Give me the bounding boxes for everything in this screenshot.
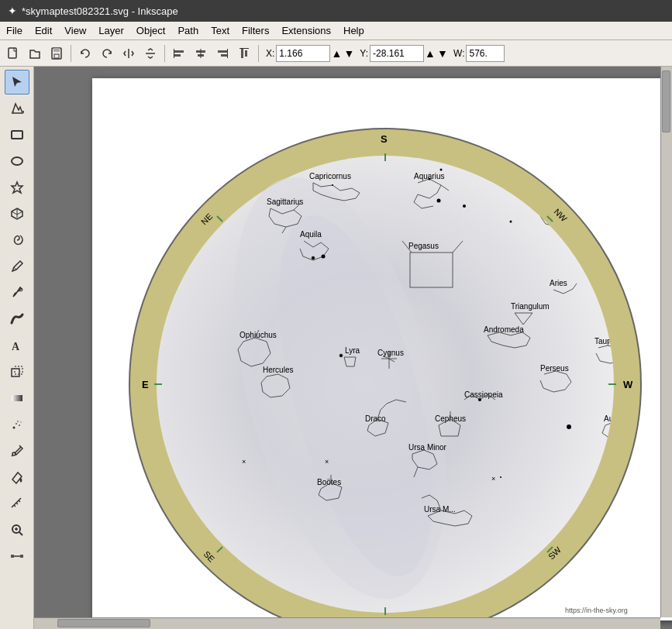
y-down[interactable]: ▼ bbox=[436, 43, 449, 64]
gradient-tool[interactable] bbox=[5, 386, 29, 411]
menu-item-edit[interactable]: Edit bbox=[29, 23, 58, 38]
svg-rect-5 bbox=[174, 54, 181, 57]
flip-v-button[interactable] bbox=[140, 43, 160, 64]
svg-point-69 bbox=[429, 178, 431, 180]
canvas-document[interactable]: N S E W bbox=[92, 78, 672, 620]
paint-bucket-tool[interactable] bbox=[5, 465, 29, 490]
svg-text:Aries: Aries bbox=[550, 279, 567, 287]
w-coord: W: bbox=[453, 45, 505, 62]
menu-item-help[interactable]: Help bbox=[337, 23, 370, 38]
spray-tool[interactable] bbox=[5, 412, 29, 437]
svg-marker-20 bbox=[12, 182, 22, 193]
skymap-svg: N S E W bbox=[92, 78, 672, 620]
align-center-button[interactable] bbox=[191, 43, 211, 64]
window-title: *skymaptest082321.svg - Inkscape bbox=[22, 5, 178, 17]
svg-rect-15 bbox=[240, 48, 249, 49]
connector-tool[interactable] bbox=[5, 544, 29, 569]
y-input[interactable] bbox=[370, 45, 424, 62]
eyedropper-tool[interactable] bbox=[5, 438, 29, 463]
pen-tool[interactable] bbox=[5, 280, 29, 305]
svg-text:Lyra: Lyra bbox=[345, 346, 360, 355]
svg-rect-0 bbox=[9, 48, 16, 58]
svg-point-78 bbox=[312, 256, 315, 260]
x-up[interactable]: ▲ bbox=[330, 43, 343, 64]
svg-text:×: × bbox=[242, 458, 246, 466]
menu-item-object[interactable]: Object bbox=[130, 23, 172, 38]
redo-button[interactable] bbox=[97, 43, 117, 64]
svg-text:Aquila: Aquila bbox=[300, 230, 322, 239]
align-right-button[interactable] bbox=[212, 43, 233, 64]
menu-item-path[interactable]: Path bbox=[171, 23, 205, 38]
svg-text:×: × bbox=[491, 475, 495, 483]
svg-point-127 bbox=[510, 221, 512, 223]
horizontal-scrollbar[interactable] bbox=[34, 617, 660, 629]
svg-text:Draco: Draco bbox=[365, 414, 386, 423]
x-down[interactable]: ▼ bbox=[343, 43, 355, 64]
3d-box-tool[interactable] bbox=[5, 201, 29, 226]
svg-text:Cygnus: Cygnus bbox=[377, 349, 404, 357]
toolbar-sep-1 bbox=[71, 45, 71, 62]
rectangle-tool[interactable] bbox=[5, 122, 29, 147]
menu-item-filters[interactable]: Filters bbox=[236, 23, 275, 38]
svg-rect-16 bbox=[12, 112, 14, 114]
linked-offset-tool[interactable] bbox=[5, 359, 29, 384]
text-tool[interactable]: A bbox=[5, 333, 29, 358]
svg-rect-24 bbox=[15, 366, 22, 374]
w-input[interactable] bbox=[466, 45, 505, 62]
y-up[interactable]: ▲ bbox=[424, 43, 436, 64]
menu-item-file[interactable]: File bbox=[0, 23, 29, 38]
svg-point-26 bbox=[12, 427, 15, 429]
vscroll-thumb[interactable] bbox=[662, 70, 670, 132]
svg-text:Capricornus: Capricornus bbox=[309, 172, 351, 180]
w-label: W: bbox=[453, 48, 464, 59]
align-left-button[interactable] bbox=[169, 43, 189, 64]
svg-point-126 bbox=[463, 205, 466, 208]
svg-point-29 bbox=[17, 421, 19, 422]
canvas-area[interactable]: N S E W bbox=[34, 67, 672, 629]
menu-item-extensions[interactable]: Extensions bbox=[275, 23, 337, 38]
star-tool[interactable] bbox=[5, 175, 29, 200]
new-button[interactable] bbox=[3, 43, 23, 64]
toolbar: X: ▲ ▼ Y: ▲ ▼ W: bbox=[0, 40, 672, 67]
x-input[interactable] bbox=[276, 45, 330, 62]
svg-rect-36 bbox=[11, 555, 14, 558]
svg-point-125 bbox=[437, 199, 441, 203]
menu-bar: FileEditViewLayerObjectPathTextFiltersEx… bbox=[0, 22, 672, 40]
save-button[interactable] bbox=[47, 43, 67, 64]
credit-text: https://in-the-sky.org bbox=[565, 607, 628, 614]
menu-item-text[interactable]: Text bbox=[205, 23, 236, 38]
toolbar-sep-3 bbox=[258, 45, 259, 62]
svg-point-31 bbox=[12, 452, 16, 455]
open-button[interactable] bbox=[25, 43, 45, 64]
spiral-tool[interactable] bbox=[5, 228, 29, 253]
svg-point-66 bbox=[332, 184, 333, 186]
align-top-button[interactable] bbox=[234, 43, 254, 64]
svg-text:Hercules: Hercules bbox=[263, 366, 293, 374]
zoom-tool[interactable] bbox=[5, 517, 29, 542]
ellipse-tool[interactable] bbox=[5, 149, 29, 174]
undo-button[interactable] bbox=[75, 43, 95, 64]
svg-rect-17 bbox=[22, 111, 24, 113]
calligraphy-tool[interactable] bbox=[5, 307, 29, 332]
flip-h-button[interactable] bbox=[119, 43, 139, 64]
pencil-tool[interactable] bbox=[5, 254, 29, 279]
svg-point-121 bbox=[500, 476, 501, 478]
svg-rect-2 bbox=[53, 48, 60, 52]
menu-item-layer[interactable]: Layer bbox=[92, 23, 130, 38]
svg-point-30 bbox=[20, 421, 22, 423]
measure-tool[interactable] bbox=[5, 491, 29, 516]
vertical-scrollbar[interactable] bbox=[660, 67, 672, 617]
node-edit-tool[interactable] bbox=[5, 96, 29, 121]
svg-text:Cassiopeia: Cassiopeia bbox=[464, 390, 503, 399]
select-tool[interactable] bbox=[5, 70, 29, 95]
svg-point-128 bbox=[440, 169, 443, 171]
svg-point-19 bbox=[12, 157, 22, 165]
svg-point-27 bbox=[16, 423, 17, 424]
title-bar: ✦ *skymaptest082321.svg - Inkscape bbox=[0, 0, 672, 22]
svg-text:Ursa Minor: Ursa Minor bbox=[408, 443, 447, 452]
hscroll-thumb[interactable] bbox=[57, 619, 150, 627]
menu-item-view[interactable]: View bbox=[58, 23, 92, 38]
svg-rect-3 bbox=[54, 54, 59, 58]
svg-line-33 bbox=[19, 532, 22, 535]
svg-rect-11 bbox=[221, 54, 227, 57]
